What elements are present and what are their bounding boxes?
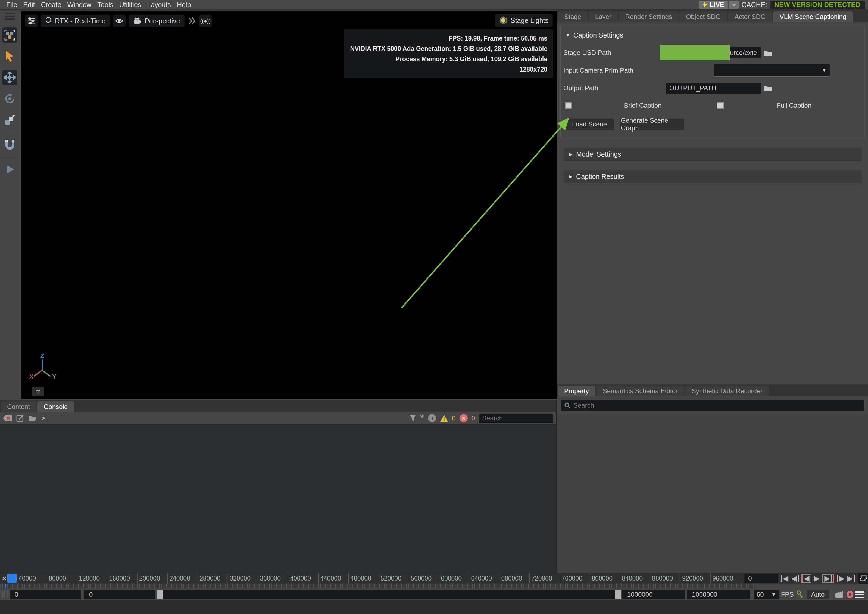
menu-window[interactable]: Window <box>64 1 94 9</box>
range-end-field-a[interactable] <box>622 589 685 599</box>
menu-edit[interactable]: Edit <box>20 1 38 9</box>
next-frame-button[interactable]: ▶ <box>837 575 845 582</box>
console-log-area[interactable] <box>0 424 556 573</box>
lightbulb-icon <box>45 17 52 25</box>
range-start-field-a[interactable] <box>10 589 81 599</box>
tab-actor-sdg[interactable]: Actor SDG <box>728 11 772 22</box>
scale-tool-button[interactable] <box>2 112 17 127</box>
live-dropdown-button[interactable] <box>728 0 739 9</box>
play-forward-button[interactable]: ▶ <box>814 575 820 582</box>
timeline-ruler-ticks[interactable]: 4000080000120000160000200000240000280000… <box>17 573 741 583</box>
menu-tools[interactable]: Tools <box>94 1 116 9</box>
audio-button[interactable]: ((●)) <box>199 15 212 27</box>
filter-icon[interactable] <box>409 415 416 422</box>
console-search[interactable] <box>479 413 553 423</box>
console-prompt-icon[interactable]: >_ <box>41 414 49 422</box>
open-folder-icon[interactable] <box>28 415 37 421</box>
stage-lights-button[interactable]: Stage Lights <box>495 14 553 26</box>
tab-render-settings[interactable]: Render Settings <box>619 11 679 22</box>
timeline-scrollbar[interactable] <box>157 589 621 599</box>
clapperboard-icon[interactable] <box>835 591 843 598</box>
move-tool-button[interactable] <box>2 70 17 85</box>
menu-layouts[interactable]: Layouts <box>144 1 174 9</box>
tab-semantics-schema-editor[interactable]: Semantics Schema Editor <box>596 385 684 396</box>
timeline-tick: 480000 <box>349 573 378 583</box>
output-path-field[interactable] <box>665 83 761 93</box>
menu-utilities[interactable]: Utilities <box>116 1 144 9</box>
folder-icon[interactable] <box>764 50 772 56</box>
tab-layer[interactable]: Layer <box>589 11 618 22</box>
menu-help[interactable]: Help <box>174 1 194 9</box>
axis-x-label: X <box>29 373 33 380</box>
load-scene-button[interactable]: Load Scene <box>565 118 614 130</box>
axis-z-label: Z <box>40 353 44 359</box>
property-search[interactable] <box>561 400 864 411</box>
timeline-zoom-strip[interactable] <box>0 583 755 588</box>
timeline-close-icon[interactable]: × <box>2 574 6 583</box>
range-end-field-b[interactable] <box>687 589 750 599</box>
property-search-input[interactable] <box>574 402 861 409</box>
collapse-open-icon: ▼ <box>566 33 570 38</box>
selection-mode-button[interactable] <box>2 28 17 43</box>
timeline-menu-button[interactable] <box>855 591 864 598</box>
skip-to-end-button[interactable]: ▶ <box>847 575 855 582</box>
stage-usd-path-row: Stage USD Path n/source/exte <box>561 47 865 58</box>
menu-file[interactable]: File <box>3 1 20 9</box>
info-filter-icon[interactable]: i <box>428 414 436 422</box>
caption-type-row: Brief Caption Full Caption <box>561 102 865 109</box>
tab-stage[interactable]: Stage <box>558 11 588 22</box>
property-panel-body <box>557 414 868 573</box>
timeline-playhead[interactable] <box>7 574 17 583</box>
camera-button[interactable]: Perspective <box>129 15 184 27</box>
fps-dropdown[interactable]: 60 ▼ <box>754 589 779 599</box>
skip-to-start-button[interactable]: ◀ <box>781 575 788 582</box>
tab-synthetic-data-recorder[interactable]: Synthetic Data Recorder <box>685 385 769 396</box>
warning-filter-icon[interactable] <box>440 415 448 422</box>
step-back-button[interactable]: ◀ <box>791 575 799 582</box>
select-tool-button[interactable] <box>2 49 17 64</box>
clear-console-icon[interactable] <box>3 415 12 422</box>
live-button[interactable]: LIVE <box>699 0 728 9</box>
viewport[interactable]: RTX - Real-Time Perspective <box>21 11 556 399</box>
viewport-settings-button[interactable] <box>25 15 37 27</box>
error-filter-icon[interactable]: × <box>460 414 468 422</box>
caption-results-section[interactable]: ▶ Caption Results <box>564 170 862 183</box>
full-caption-checkbox[interactable] <box>717 102 724 109</box>
verbose-filter-icon[interactable]: * <box>420 415 425 421</box>
snap-tool-button[interactable] <box>2 137 17 152</box>
scrollbar-right-handle[interactable] <box>615 589 621 599</box>
folder-icon[interactable] <box>764 85 772 92</box>
edit-script-icon[interactable] <box>16 414 24 422</box>
timeline-ruler[interactable]: × 40000800001200001600002000002400002800… <box>0 573 868 583</box>
record-button[interactable] <box>847 591 853 598</box>
console-search-input[interactable] <box>482 414 550 422</box>
generate-scene-graph-button[interactable]: Generate Scene Graph <box>620 118 684 130</box>
tab-vlm-scene-captioning[interactable]: VLM Scene Captioning <box>773 11 853 22</box>
menu-bar: File Edit Create Window Tools Utilities … <box>0 0 868 10</box>
tab-property[interactable]: Property <box>558 385 595 396</box>
loop-toggle-button[interactable] <box>858 573 868 583</box>
cache-status: NEW VERSION DETECTED <box>770 0 865 9</box>
range-start-field-b[interactable] <box>84 589 155 599</box>
play-backward-button[interactable]: ◀ <box>801 574 811 583</box>
renderer-button[interactable]: RTX - Real-Time <box>41 15 110 27</box>
caption-settings-header[interactable]: ▼ Caption Settings <box>561 29 865 41</box>
double-chevron-icon[interactable] <box>188 17 196 25</box>
brief-caption-checkbox[interactable] <box>565 102 572 109</box>
tab-content[interactable]: Content <box>0 401 36 412</box>
axis-unit-badge[interactable]: m <box>32 387 44 396</box>
key-icon[interactable] <box>796 590 803 598</box>
play-button[interactable] <box>2 162 17 177</box>
scrollbar-left-handle[interactable] <box>157 589 163 599</box>
rotate-tool-button[interactable] <box>2 91 17 106</box>
auto-key-button[interactable]: Auto <box>807 590 829 599</box>
current-frame-field[interactable] <box>744 574 778 583</box>
input-camera-dropdown[interactable]: ▼ <box>714 64 831 77</box>
model-settings-section[interactable]: ▶ Model Settings <box>564 148 862 161</box>
drag-grip-icon[interactable] <box>2 591 8 598</box>
tab-console[interactable]: Console <box>37 401 74 412</box>
step-forward-boxed-button[interactable]: ▶ <box>822 574 834 583</box>
visibility-button[interactable] <box>113 15 126 27</box>
tab-object-sdg[interactable]: Object SDG <box>679 11 727 22</box>
menu-create[interactable]: Create <box>38 1 64 9</box>
